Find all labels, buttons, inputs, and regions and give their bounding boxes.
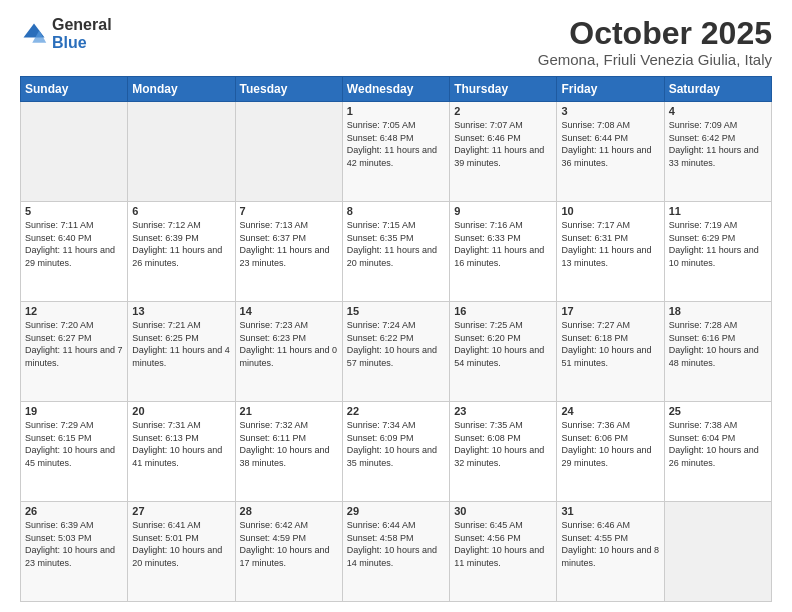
day-number: 10 xyxy=(561,205,659,217)
weekday-header-monday: Monday xyxy=(128,77,235,102)
day-number: 26 xyxy=(25,505,123,517)
calendar-cell: 1Sunrise: 7:05 AM Sunset: 6:48 PM Daylig… xyxy=(342,102,449,202)
day-number: 20 xyxy=(132,405,230,417)
month-title: October 2025 xyxy=(538,16,772,51)
calendar-cell: 24Sunrise: 7:36 AM Sunset: 6:06 PM Dayli… xyxy=(557,402,664,502)
day-number: 15 xyxy=(347,305,445,317)
logo-icon xyxy=(20,20,48,48)
calendar-table: SundayMondayTuesdayWednesdayThursdayFrid… xyxy=(20,76,772,602)
day-number: 18 xyxy=(669,305,767,317)
calendar-cell: 10Sunrise: 7:17 AM Sunset: 6:31 PM Dayli… xyxy=(557,202,664,302)
day-info: Sunrise: 7:31 AM Sunset: 6:13 PM Dayligh… xyxy=(132,419,230,469)
calendar-week-1: 1Sunrise: 7:05 AM Sunset: 6:48 PM Daylig… xyxy=(21,102,772,202)
day-info: Sunrise: 7:35 AM Sunset: 6:08 PM Dayligh… xyxy=(454,419,552,469)
logo-blue-text: Blue xyxy=(52,34,112,52)
logo: General Blue xyxy=(20,16,112,51)
calendar-cell xyxy=(21,102,128,202)
day-info: Sunrise: 7:13 AM Sunset: 6:37 PM Dayligh… xyxy=(240,219,338,269)
day-number: 8 xyxy=(347,205,445,217)
day-number: 14 xyxy=(240,305,338,317)
day-info: Sunrise: 7:24 AM Sunset: 6:22 PM Dayligh… xyxy=(347,319,445,369)
calendar-cell: 16Sunrise: 7:25 AM Sunset: 6:20 PM Dayli… xyxy=(450,302,557,402)
day-info: Sunrise: 7:36 AM Sunset: 6:06 PM Dayligh… xyxy=(561,419,659,469)
calendar-cell: 21Sunrise: 7:32 AM Sunset: 6:11 PM Dayli… xyxy=(235,402,342,502)
day-info: Sunrise: 7:38 AM Sunset: 6:04 PM Dayligh… xyxy=(669,419,767,469)
day-number: 21 xyxy=(240,405,338,417)
day-info: Sunrise: 6:45 AM Sunset: 4:56 PM Dayligh… xyxy=(454,519,552,569)
calendar-cell: 12Sunrise: 7:20 AM Sunset: 6:27 PM Dayli… xyxy=(21,302,128,402)
calendar-week-3: 12Sunrise: 7:20 AM Sunset: 6:27 PM Dayli… xyxy=(21,302,772,402)
day-number: 9 xyxy=(454,205,552,217)
calendar-cell: 9Sunrise: 7:16 AM Sunset: 6:33 PM Daylig… xyxy=(450,202,557,302)
day-number: 12 xyxy=(25,305,123,317)
day-info: Sunrise: 7:20 AM Sunset: 6:27 PM Dayligh… xyxy=(25,319,123,369)
day-info: Sunrise: 7:05 AM Sunset: 6:48 PM Dayligh… xyxy=(347,119,445,169)
weekday-header-thursday: Thursday xyxy=(450,77,557,102)
day-number: 22 xyxy=(347,405,445,417)
day-number: 13 xyxy=(132,305,230,317)
day-number: 30 xyxy=(454,505,552,517)
day-info: Sunrise: 6:44 AM Sunset: 4:58 PM Dayligh… xyxy=(347,519,445,569)
day-number: 3 xyxy=(561,105,659,117)
calendar-cell: 6Sunrise: 7:12 AM Sunset: 6:39 PM Daylig… xyxy=(128,202,235,302)
logo-text: General Blue xyxy=(52,16,112,51)
calendar-cell: 22Sunrise: 7:34 AM Sunset: 6:09 PM Dayli… xyxy=(342,402,449,502)
calendar-week-4: 19Sunrise: 7:29 AM Sunset: 6:15 PM Dayli… xyxy=(21,402,772,502)
day-info: Sunrise: 7:29 AM Sunset: 6:15 PM Dayligh… xyxy=(25,419,123,469)
day-number: 4 xyxy=(669,105,767,117)
calendar-cell xyxy=(664,502,771,602)
calendar-cell: 8Sunrise: 7:15 AM Sunset: 6:35 PM Daylig… xyxy=(342,202,449,302)
calendar-cell: 17Sunrise: 7:27 AM Sunset: 6:18 PM Dayli… xyxy=(557,302,664,402)
day-info: Sunrise: 7:25 AM Sunset: 6:20 PM Dayligh… xyxy=(454,319,552,369)
calendar-cell: 30Sunrise: 6:45 AM Sunset: 4:56 PM Dayli… xyxy=(450,502,557,602)
day-number: 2 xyxy=(454,105,552,117)
weekday-header-friday: Friday xyxy=(557,77,664,102)
day-number: 29 xyxy=(347,505,445,517)
calendar-cell: 19Sunrise: 7:29 AM Sunset: 6:15 PM Dayli… xyxy=(21,402,128,502)
page: General Blue October 2025 Gemona, Friuli… xyxy=(0,0,792,612)
calendar-week-2: 5Sunrise: 7:11 AM Sunset: 6:40 PM Daylig… xyxy=(21,202,772,302)
day-info: Sunrise: 6:41 AM Sunset: 5:01 PM Dayligh… xyxy=(132,519,230,569)
day-number: 19 xyxy=(25,405,123,417)
calendar-cell: 18Sunrise: 7:28 AM Sunset: 6:16 PM Dayli… xyxy=(664,302,771,402)
calendar-cell: 31Sunrise: 6:46 AM Sunset: 4:55 PM Dayli… xyxy=(557,502,664,602)
day-info: Sunrise: 7:16 AM Sunset: 6:33 PM Dayligh… xyxy=(454,219,552,269)
day-info: Sunrise: 7:11 AM Sunset: 6:40 PM Dayligh… xyxy=(25,219,123,269)
calendar-cell: 20Sunrise: 7:31 AM Sunset: 6:13 PM Dayli… xyxy=(128,402,235,502)
day-number: 31 xyxy=(561,505,659,517)
calendar-cell xyxy=(128,102,235,202)
day-info: Sunrise: 7:23 AM Sunset: 6:23 PM Dayligh… xyxy=(240,319,338,369)
header: General Blue October 2025 Gemona, Friuli… xyxy=(20,16,772,68)
day-info: Sunrise: 7:21 AM Sunset: 6:25 PM Dayligh… xyxy=(132,319,230,369)
calendar-cell: 28Sunrise: 6:42 AM Sunset: 4:59 PM Dayli… xyxy=(235,502,342,602)
calendar-cell: 7Sunrise: 7:13 AM Sunset: 6:37 PM Daylig… xyxy=(235,202,342,302)
calendar-body: 1Sunrise: 7:05 AM Sunset: 6:48 PM Daylig… xyxy=(21,102,772,602)
day-number: 24 xyxy=(561,405,659,417)
day-number: 17 xyxy=(561,305,659,317)
calendar-cell: 5Sunrise: 7:11 AM Sunset: 6:40 PM Daylig… xyxy=(21,202,128,302)
weekday-header-sunday: Sunday xyxy=(21,77,128,102)
day-info: Sunrise: 7:28 AM Sunset: 6:16 PM Dayligh… xyxy=(669,319,767,369)
calendar-cell: 23Sunrise: 7:35 AM Sunset: 6:08 PM Dayli… xyxy=(450,402,557,502)
day-number: 11 xyxy=(669,205,767,217)
day-info: Sunrise: 7:12 AM Sunset: 6:39 PM Dayligh… xyxy=(132,219,230,269)
day-info: Sunrise: 7:19 AM Sunset: 6:29 PM Dayligh… xyxy=(669,219,767,269)
day-info: Sunrise: 6:42 AM Sunset: 4:59 PM Dayligh… xyxy=(240,519,338,569)
calendar-cell: 14Sunrise: 7:23 AM Sunset: 6:23 PM Dayli… xyxy=(235,302,342,402)
day-info: Sunrise: 7:32 AM Sunset: 6:11 PM Dayligh… xyxy=(240,419,338,469)
day-info: Sunrise: 7:27 AM Sunset: 6:18 PM Dayligh… xyxy=(561,319,659,369)
day-number: 25 xyxy=(669,405,767,417)
location-title: Gemona, Friuli Venezia Giulia, Italy xyxy=(538,51,772,68)
day-info: Sunrise: 7:08 AM Sunset: 6:44 PM Dayligh… xyxy=(561,119,659,169)
title-section: October 2025 Gemona, Friuli Venezia Giul… xyxy=(538,16,772,68)
calendar-cell: 4Sunrise: 7:09 AM Sunset: 6:42 PM Daylig… xyxy=(664,102,771,202)
logo-general-text: General xyxy=(52,16,112,34)
day-info: Sunrise: 7:34 AM Sunset: 6:09 PM Dayligh… xyxy=(347,419,445,469)
calendar-cell xyxy=(235,102,342,202)
weekday-row: SundayMondayTuesdayWednesdayThursdayFrid… xyxy=(21,77,772,102)
day-info: Sunrise: 7:17 AM Sunset: 6:31 PM Dayligh… xyxy=(561,219,659,269)
calendar-cell: 3Sunrise: 7:08 AM Sunset: 6:44 PM Daylig… xyxy=(557,102,664,202)
calendar-cell: 26Sunrise: 6:39 AM Sunset: 5:03 PM Dayli… xyxy=(21,502,128,602)
day-info: Sunrise: 6:39 AM Sunset: 5:03 PM Dayligh… xyxy=(25,519,123,569)
calendar-cell: 15Sunrise: 7:24 AM Sunset: 6:22 PM Dayli… xyxy=(342,302,449,402)
